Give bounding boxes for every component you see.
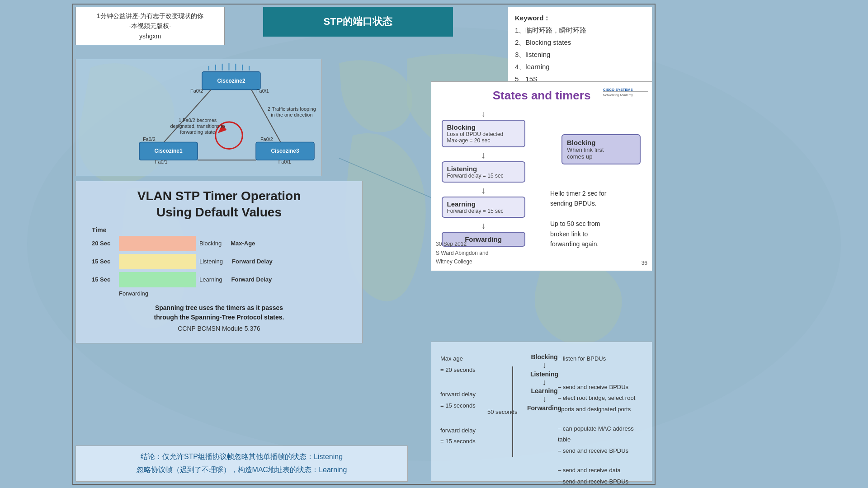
svg-text:Ciscozine2: Ciscozine2: [217, 78, 245, 84]
conclusion-line1: 结论：仅允许STP组播协议帧忽略其他单播帧的状态：Listening: [83, 450, 401, 464]
fwd-delay-2-label: forward delay= 15 seconds: [440, 425, 495, 447]
title-box: 1分钟公益讲座-为有志于改变现状的你 -本视频无版权- yshgxm: [75, 7, 225, 45]
svg-text:Ciscozine3: Ciscozine3: [271, 148, 299, 154]
arrow-learning-forwarding: ↓: [542, 394, 547, 404]
svg-text:Fa0/1: Fa0/1: [256, 88, 269, 94]
bpdu-left: Max age= 20 seconds forward delay= 15 se…: [440, 349, 495, 474]
blocking-label: Blocking: [199, 240, 222, 247]
time-label: Time: [92, 226, 355, 234]
bpdu-learning-desc: – can populate MAC address table– send a…: [558, 423, 643, 457]
hello-line3: Up to 50 sec from: [550, 219, 641, 229]
listening-sec: 15 Sec: [92, 258, 119, 265]
learning-desc: Forward delay = 15 sec: [447, 208, 520, 214]
svg-text:Fa0/1: Fa0/1: [155, 159, 168, 164]
bpdu-learning: Learning: [531, 387, 557, 394]
svg-text:Fa0/1: Fa0/1: [278, 159, 291, 164]
keyword-item-1: 1、临时环路，瞬时环路: [515, 24, 645, 36]
blocking-right-box: Blocking When link first comes up: [561, 134, 641, 164]
bpdu-blocking-desc: – listen for BPDUs: [558, 353, 643, 365]
listening-title: Listening: [447, 165, 520, 173]
states-page-num: 36: [642, 260, 647, 266]
keyword-title: Keyword：: [515, 12, 645, 24]
network-diagram: Ciscozine2 Fa0/2 Fa0/1 Ciscozine1 Fa0/2 …: [75, 59, 322, 176]
hello-line1: Hello timer 2 sec for: [550, 188, 641, 198]
arrow-listening-learning: ↓: [542, 378, 547, 388]
state-box-learning: Learning Forward delay = 15 sec: [442, 197, 525, 218]
blocking-desc1: Loss of BPDU detected: [447, 131, 520, 137]
blocking-bar: [119, 236, 196, 251]
timer-chart: Time 20 Sec Blocking Max-Age 15 Sec List…: [92, 226, 355, 297]
arrow-1: ↓: [481, 150, 486, 160]
blocking-desc2: Max-age = 20 sec: [447, 137, 520, 144]
state-flow: ↓ Blocking Loss of BPDU detected Max-age…: [438, 109, 528, 247]
blocking-title: Blocking: [447, 123, 520, 131]
svg-text:1.Fa0/2 becomes: 1.Fa0/2 becomes: [179, 117, 217, 123]
svg-text:Fa0/2: Fa0/2: [143, 136, 156, 142]
state-box-blocking: Blocking Loss of BPDU detected Max-age =…: [442, 120, 525, 147]
svg-text:2.Traffic starts looping: 2.Traffic starts looping: [268, 106, 316, 112]
bpdu-right: – listen for BPDUs – send and receive BP…: [558, 349, 643, 474]
svg-text:in the one direction: in the one direction: [271, 112, 312, 117]
bpdu-middle: Blocking ↓ Listening ↓ Learning ↓ Forwar…: [531, 349, 558, 474]
forwarding-label: Forwarding: [119, 290, 148, 297]
listening-desc: Forward delay = 15 sec: [447, 173, 520, 179]
conclusion-box: 结论：仅允许STP组播协议帧忽略其他单播帧的状态：Listening 忽略协议帧…: [75, 446, 408, 482]
listening-delay: Forward Delay: [232, 258, 273, 265]
states-author: S Ward Abingdon andWitney College: [436, 249, 488, 266]
learning-title: Learning: [447, 200, 520, 208]
blocking-maxage: Max-Age: [231, 240, 255, 247]
svg-rect-35: [603, 91, 648, 92]
spanning-note: Spanning tree uses the timers as it pass…: [83, 303, 355, 322]
svg-text:designated, transitions to: designated, transitions to: [170, 123, 225, 129]
timer-row-learning: 15 Sec Learning Forward Delay: [92, 272, 355, 287]
bpdu-listening-desc: – send and receive BPDUs– elect root bri…: [558, 382, 643, 415]
vlan-timer-box: VLAN STP Timer Operation Using Default V…: [75, 181, 363, 343]
hello-line2: sending BPDUs.: [550, 198, 641, 208]
max-age-label: Max age= 20 seconds: [440, 353, 495, 375]
50-seconds-label: 50 seconds: [495, 349, 531, 474]
svg-text:Fa0/2: Fa0/2: [260, 136, 273, 142]
learning-label: Learning: [199, 276, 222, 283]
ccnp-note: CCNP BCMSN Module 5.376: [83, 325, 355, 332]
hello-timer-note: Hello timer 2 sec for sending BPDUs. Up …: [550, 188, 641, 249]
svg-text:Ciscozine1: Ciscozine1: [154, 148, 183, 154]
vlan-title-line1: VLAN STP Timer Operation: [83, 188, 355, 204]
timer-row-listening: 15 Sec Listening Forward Delay: [92, 254, 355, 269]
bpdu-forwarding-desc: – send and receive data– send and receiv…: [558, 465, 643, 487]
conclusion-line2: 忽略协议帧（迟到了不理睬），构造MAC地址表的状态：Learning: [83, 464, 401, 477]
timer-row-blocking: 20 Sec Blocking Max-Age: [92, 236, 355, 251]
title-line1: 1分钟公益讲座-为有志于改变现状的你: [81, 11, 219, 21]
bpdu-blocking: Blocking: [531, 353, 557, 361]
stp-banner-text: STP的端口状态: [324, 16, 393, 27]
learning-bar: [119, 272, 196, 287]
state-box-listening: Listening Forward delay = 15 sec: [442, 161, 525, 183]
bpdu-listening: Listening: [530, 371, 558, 378]
forwarding-row: Forwarding: [92, 290, 355, 297]
title-line2: -本视频无版权-: [81, 21, 219, 31]
listening-label: Listening: [199, 258, 223, 265]
blocking-right-desc1: When link first: [567, 146, 635, 153]
vlan-title-line2: Using Default Values: [83, 204, 355, 221]
blocking-sec: 20 Sec: [92, 240, 119, 247]
keyword-item-2: 2、Blocking states: [515, 36, 645, 48]
stp-banner: STP的端口状态: [263, 7, 453, 37]
svg-text:CISCO SYSTEMS: CISCO SYSTEMS: [603, 88, 633, 92]
hello-line5: forwarding again.: [550, 239, 641, 249]
svg-text:Fa0/2: Fa0/2: [190, 88, 203, 94]
arrow-blocking-listening: ↓: [542, 361, 547, 371]
states-timers-box: States and timers CISCO SYSTEMS Networki…: [431, 81, 652, 271]
flow-arrow-start: ↓: [481, 109, 486, 119]
vlan-title: VLAN STP Timer Operation Using Default V…: [83, 188, 355, 221]
blocking-right-title: Blocking: [567, 139, 635, 146]
states-date: 30 Sep 2012: [436, 240, 488, 249]
learning-delay: Forward Delay: [231, 276, 272, 283]
bottom-right-box: Max age= 20 seconds forward delay= 15 se…: [431, 342, 652, 482]
keyword-item-4: 4、learning: [515, 61, 645, 73]
keyword-item-3: 3、listening: [515, 48, 645, 61]
svg-text:Networking Academy: Networking Academy: [603, 94, 633, 97]
arrow-2: ↓: [481, 185, 486, 196]
keyword-box: Keyword： 1、临时环路，瞬时环路 2、Blocking states 3…: [508, 7, 652, 90]
bpdu-forwarding: Forwarding: [527, 404, 561, 412]
states-footer: 30 Sep 2012 S Ward Abingdon andWitney Co…: [436, 240, 488, 266]
50-sec-text: 50 seconds: [487, 408, 518, 415]
